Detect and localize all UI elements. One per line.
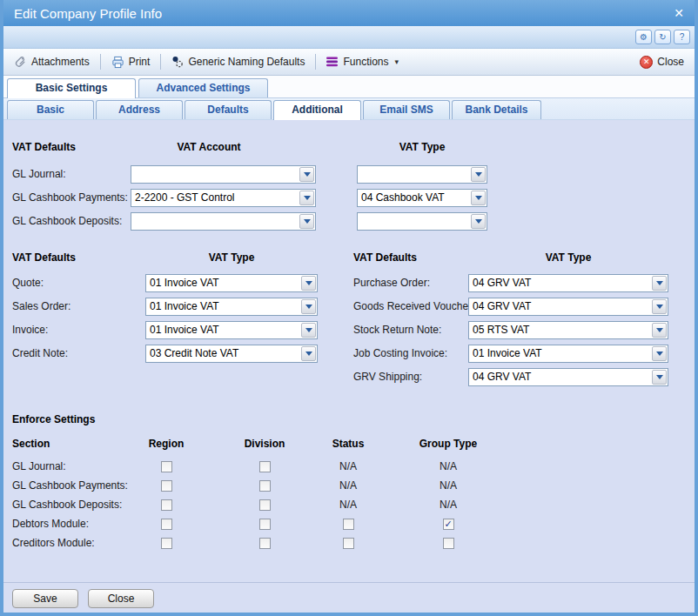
printer-icon — [111, 56, 124, 69]
enforce-col-group-type: Group Type — [409, 438, 487, 450]
invoice-label: Invoice: — [12, 321, 48, 339]
tab-defaults[interactable]: Defaults — [185, 100, 272, 119]
chevron-down-icon — [652, 299, 667, 314]
functions-label: Functions — [343, 56, 388, 68]
gl-journal-account-select[interactable] — [131, 165, 316, 184]
paperclip-icon — [14, 56, 27, 69]
secondary-tab-bar: Basic Address Defaults Additional Email … — [3, 98, 695, 120]
enforce-gl-cashbook-payments-region-checkbox[interactable] — [144, 479, 188, 492]
toolbar-separator — [100, 54, 101, 70]
chevron-down-icon — [301, 276, 316, 291]
sales-order-vattype-select[interactable]: 01 Invoice VAT — [145, 298, 318, 316]
attachments-button[interactable]: Attachments — [10, 54, 93, 70]
stock-return-note-label: Stock Return Note: — [353, 321, 441, 339]
enforce-debtors-module-status-checkbox[interactable] — [326, 517, 370, 531]
save-button[interactable]: Save — [12, 589, 78, 608]
enforce-gl-cashbook-payments-division-checkbox[interactable] — [243, 479, 286, 492]
chevron-down-icon — [299, 167, 314, 182]
toolbar-separator — [160, 54, 161, 70]
enforce-creditors-module-grouptype-checkbox[interactable] — [426, 536, 470, 550]
gl-journal-label: GL Journal: — [12, 165, 66, 184]
print-label: Print — [129, 56, 151, 68]
purchase-order-vattype-select[interactable]: 04 GRV VAT — [468, 274, 668, 292]
toolbar-close-label: Close — [657, 56, 684, 68]
enforce-creditors-module-label: Creditors Module: — [12, 536, 95, 550]
enforce-gl-cashbook-deposits-region-checkbox[interactable] — [144, 498, 188, 512]
chevron-down-icon — [652, 323, 667, 338]
invoice-vattype-select[interactable]: 01 Invoice VAT — [145, 321, 318, 339]
quote-label: Quote: — [12, 274, 44, 292]
enforce-creditors-module-region-checkbox[interactable] — [144, 536, 188, 550]
refresh-button[interactable]: ↻ — [654, 30, 671, 44]
close-circle-icon: ✕ — [640, 56, 653, 69]
settings-button[interactable]: ⚙ — [635, 30, 652, 44]
tab-email-sms[interactable]: Email SMS — [363, 100, 450, 119]
window-close-icon[interactable]: ✕ — [674, 6, 684, 20]
generic-naming-defaults-button[interactable]: Generic Naming Defaults — [168, 54, 308, 70]
enforce-col-status: Status — [309, 438, 387, 450]
stock-return-note-vattype-select[interactable]: 05 RTS VAT — [468, 321, 668, 339]
chevron-down-icon — [299, 191, 314, 205]
enforce-creditors-module-division-checkbox[interactable] — [243, 536, 286, 550]
enforce-creditors-module-status-checkbox[interactable] — [326, 536, 370, 550]
enforce-gl-cashbook-deposits-division-checkbox[interactable] — [243, 498, 286, 512]
tab-basic[interactable]: Basic — [7, 100, 94, 119]
gl-journal-vattype-select[interactable] — [357, 165, 487, 184]
vat-defaults-heading-3: VAT Defaults — [353, 251, 417, 264]
job-costing-invoice-label: Job Costing Invoice: — [353, 345, 447, 363]
enforce-gl-journal-division-checkbox[interactable] — [243, 459, 286, 473]
tab-advanced-settings[interactable]: Advanced Settings — [138, 78, 268, 97]
quote-vattype-select[interactable]: 01 Invoice VAT — [145, 274, 318, 292]
functions-icon — [326, 57, 339, 67]
enforce-settings-heading: Enforce Settings — [12, 413, 95, 425]
enforce-gl-cashbook-payments-grouptype-na: N/A — [426, 479, 470, 492]
enforce-col-section: Section — [12, 438, 50, 450]
tab-basic-settings[interactable]: Basic Settings — [7, 78, 136, 98]
toolbar-separator — [315, 54, 316, 70]
enforce-gl-cashbook-payments-status-na: N/A — [326, 479, 370, 492]
chevron-down-icon — [471, 214, 486, 229]
enforce-gl-journal-region-checkbox[interactable] — [144, 459, 188, 473]
tab-bank-details[interactable]: Bank Details — [452, 100, 541, 119]
enforce-gl-journal-grouptype-na: N/A — [426, 459, 470, 473]
refresh-icon: ↻ — [659, 32, 666, 42]
gear-icon: ⚙ — [640, 32, 648, 42]
vat-defaults-heading-2: VAT Defaults — [12, 251, 76, 264]
chevron-down-icon — [652, 276, 667, 291]
gl-cashbook-payments-vattype-select[interactable]: 04 Cashbook VAT — [357, 189, 487, 207]
toolbar-close-button[interactable]: ✕ Close — [636, 54, 688, 70]
credit-note-vattype-select[interactable]: 03 Credit Note VAT — [145, 345, 318, 363]
grv-shipping-label: GRV Shipping: — [353, 368, 422, 386]
enforce-debtors-module-region-checkbox[interactable] — [144, 517, 188, 531]
purchase-order-label: Purchase Order: — [353, 274, 430, 292]
grv-shipping-vattype-select[interactable]: 04 GRV VAT — [468, 368, 668, 386]
job-costing-invoice-vattype-select[interactable]: 01 Invoice VAT — [468, 345, 668, 363]
tab-additional[interactable]: Additional — [273, 100, 361, 120]
chevron-down-icon — [652, 370, 667, 385]
enforce-gl-cashbook-payments-label: GL Cashbook Payments: — [12, 479, 128, 492]
gl-cashbook-deposits-vattype-select[interactable] — [357, 212, 487, 231]
goods-received-voucher-vattype-select[interactable]: 04 GRV VAT — [468, 298, 668, 316]
print-button[interactable]: Print — [108, 54, 154, 70]
enforce-gl-cashbook-deposits-grouptype-na: N/A — [426, 498, 470, 512]
additional-tab-panel: VAT Defaults VAT Account VAT Type GL Jou… — [3, 120, 695, 582]
gl-cashbook-deposits-account-select[interactable] — [131, 212, 316, 231]
gl-cashbook-deposits-label: GL Cashbook Deposits: — [12, 212, 122, 231]
enforce-debtors-module-grouptype-checkbox[interactable]: ✓ — [426, 517, 470, 531]
primary-tab-bar: Basic Settings Advanced Settings — [3, 76, 695, 98]
chevron-down-icon — [301, 346, 316, 361]
enforce-debtors-module-division-checkbox[interactable] — [243, 517, 286, 531]
tab-address[interactable]: Address — [96, 100, 183, 119]
help-button[interactable]: ? — [674, 30, 690, 44]
footer-close-button[interactable]: Close — [88, 589, 154, 608]
chevron-down-icon — [301, 299, 316, 314]
functions-menu-button[interactable]: Functions ▾ — [323, 54, 402, 70]
enforce-gl-cashbook-deposits-label: GL Cashbook Deposits: — [12, 498, 122, 512]
chevron-down-icon — [299, 214, 314, 229]
chevron-down-icon — [301, 323, 316, 338]
gl-cashbook-payments-account-select[interactable]: 2-2200 - GST Control — [131, 189, 316, 207]
caret-down-icon: ▾ — [394, 57, 399, 66]
options-strip: ⚙ ↻ ? — [3, 26, 695, 49]
dialog-window: Edit Company Profile Info ✕ ⚙ ↻ ? Attach… — [0, 0, 698, 616]
chevron-down-icon — [471, 191, 486, 205]
